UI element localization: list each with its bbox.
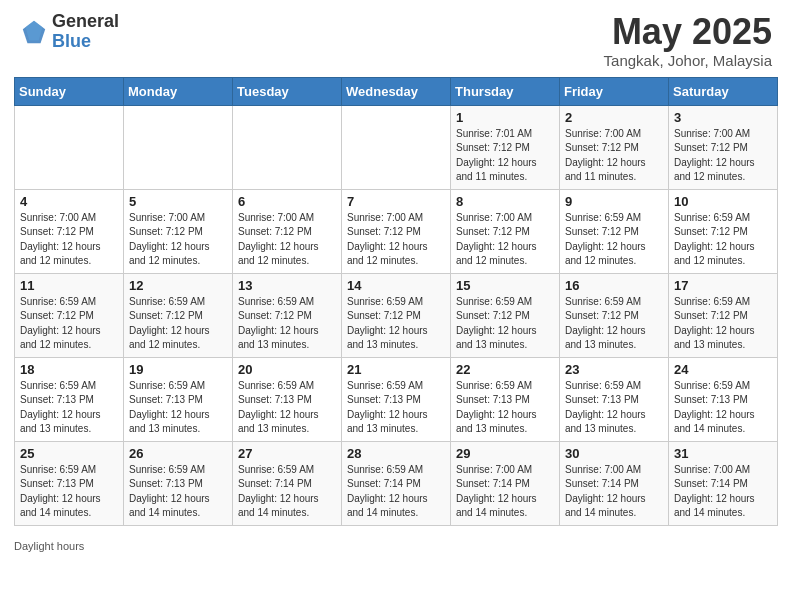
calendar-cell: 30Sunrise: 7:00 AM Sunset: 7:14 PM Dayli… (560, 441, 669, 525)
calendar-cell (233, 105, 342, 189)
calendar-cell: 11Sunrise: 6:59 AM Sunset: 7:12 PM Dayli… (15, 273, 124, 357)
col-header-friday: Friday (560, 77, 669, 105)
title-block: May 2025 Tangkak, Johor, Malaysia (604, 12, 772, 69)
page-header: General Blue May 2025 Tangkak, Johor, Ma… (0, 0, 792, 77)
day-number: 1 (456, 110, 554, 125)
calendar-cell: 22Sunrise: 6:59 AM Sunset: 7:13 PM Dayli… (451, 357, 560, 441)
calendar-header: SundayMondayTuesdayWednesdayThursdayFrid… (15, 77, 778, 105)
day-info: Sunrise: 6:59 AM Sunset: 7:13 PM Dayligh… (129, 379, 227, 437)
day-info: Sunrise: 6:59 AM Sunset: 7:12 PM Dayligh… (565, 211, 663, 269)
day-number: 12 (129, 278, 227, 293)
calendar-cell: 16Sunrise: 6:59 AM Sunset: 7:12 PM Dayli… (560, 273, 669, 357)
calendar-wrap: SundayMondayTuesdayWednesdayThursdayFrid… (0, 77, 792, 536)
day-info: Sunrise: 6:59 AM Sunset: 7:13 PM Dayligh… (238, 379, 336, 437)
calendar-cell: 14Sunrise: 6:59 AM Sunset: 7:12 PM Dayli… (342, 273, 451, 357)
logo-icon (20, 18, 48, 46)
calendar-cell: 8Sunrise: 7:00 AM Sunset: 7:12 PM Daylig… (451, 189, 560, 273)
day-info: Sunrise: 6:59 AM Sunset: 7:12 PM Dayligh… (129, 295, 227, 353)
calendar-week-row: 18Sunrise: 6:59 AM Sunset: 7:13 PM Dayli… (15, 357, 778, 441)
day-info: Sunrise: 7:01 AM Sunset: 7:12 PM Dayligh… (456, 127, 554, 185)
calendar-cell (124, 105, 233, 189)
day-number: 31 (674, 446, 772, 461)
calendar-cell (342, 105, 451, 189)
calendar-cell: 23Sunrise: 6:59 AM Sunset: 7:13 PM Dayli… (560, 357, 669, 441)
day-info: Sunrise: 6:59 AM Sunset: 7:12 PM Dayligh… (674, 295, 772, 353)
calendar-cell: 12Sunrise: 6:59 AM Sunset: 7:12 PM Dayli… (124, 273, 233, 357)
day-info: Sunrise: 6:59 AM Sunset: 7:13 PM Dayligh… (456, 379, 554, 437)
day-number: 7 (347, 194, 445, 209)
day-info: Sunrise: 6:59 AM Sunset: 7:12 PM Dayligh… (20, 295, 118, 353)
day-number: 14 (347, 278, 445, 293)
day-number: 20 (238, 362, 336, 377)
calendar-cell: 29Sunrise: 7:00 AM Sunset: 7:14 PM Dayli… (451, 441, 560, 525)
day-info: Sunrise: 6:59 AM Sunset: 7:12 PM Dayligh… (456, 295, 554, 353)
day-info: Sunrise: 6:59 AM Sunset: 7:13 PM Dayligh… (20, 463, 118, 521)
logo-blue-text: Blue (52, 31, 91, 51)
day-number: 26 (129, 446, 227, 461)
day-info: Sunrise: 7:00 AM Sunset: 7:12 PM Dayligh… (347, 211, 445, 269)
col-header-sunday: Sunday (15, 77, 124, 105)
day-number: 23 (565, 362, 663, 377)
day-info: Sunrise: 6:59 AM Sunset: 7:12 PM Dayligh… (347, 295, 445, 353)
calendar-cell: 27Sunrise: 6:59 AM Sunset: 7:14 PM Dayli… (233, 441, 342, 525)
footer: Daylight hours (0, 536, 792, 558)
day-number: 30 (565, 446, 663, 461)
calendar-cell: 26Sunrise: 6:59 AM Sunset: 7:13 PM Dayli… (124, 441, 233, 525)
day-number: 29 (456, 446, 554, 461)
calendar-week-row: 11Sunrise: 6:59 AM Sunset: 7:12 PM Dayli… (15, 273, 778, 357)
day-number: 28 (347, 446, 445, 461)
day-info: Sunrise: 7:00 AM Sunset: 7:12 PM Dayligh… (129, 211, 227, 269)
calendar-cell: 17Sunrise: 6:59 AM Sunset: 7:12 PM Dayli… (669, 273, 778, 357)
logo-general-text: General (52, 11, 119, 31)
calendar-cell: 15Sunrise: 6:59 AM Sunset: 7:12 PM Dayli… (451, 273, 560, 357)
calendar-cell: 20Sunrise: 6:59 AM Sunset: 7:13 PM Dayli… (233, 357, 342, 441)
day-info: Sunrise: 6:59 AM Sunset: 7:13 PM Dayligh… (20, 379, 118, 437)
calendar-cell (15, 105, 124, 189)
day-info: Sunrise: 7:00 AM Sunset: 7:14 PM Dayligh… (674, 463, 772, 521)
calendar-subtitle: Tangkak, Johor, Malaysia (604, 52, 772, 69)
day-number: 2 (565, 110, 663, 125)
day-info: Sunrise: 6:59 AM Sunset: 7:12 PM Dayligh… (565, 295, 663, 353)
logo: General Blue (20, 12, 119, 52)
day-number: 11 (20, 278, 118, 293)
day-number: 18 (20, 362, 118, 377)
calendar-cell: 1Sunrise: 7:01 AM Sunset: 7:12 PM Daylig… (451, 105, 560, 189)
day-number: 5 (129, 194, 227, 209)
calendar-cell: 31Sunrise: 7:00 AM Sunset: 7:14 PM Dayli… (669, 441, 778, 525)
calendar-table: SundayMondayTuesdayWednesdayThursdayFrid… (14, 77, 778, 526)
day-info: Sunrise: 7:00 AM Sunset: 7:14 PM Dayligh… (565, 463, 663, 521)
day-info: Sunrise: 6:59 AM Sunset: 7:12 PM Dayligh… (674, 211, 772, 269)
day-info: Sunrise: 6:59 AM Sunset: 7:13 PM Dayligh… (129, 463, 227, 521)
calendar-week-row: 25Sunrise: 6:59 AM Sunset: 7:13 PM Dayli… (15, 441, 778, 525)
day-number: 21 (347, 362, 445, 377)
day-number: 6 (238, 194, 336, 209)
day-number: 3 (674, 110, 772, 125)
day-info: Sunrise: 7:00 AM Sunset: 7:12 PM Dayligh… (238, 211, 336, 269)
col-header-monday: Monday (124, 77, 233, 105)
day-number: 4 (20, 194, 118, 209)
col-header-wednesday: Wednesday (342, 77, 451, 105)
day-number: 9 (565, 194, 663, 209)
day-number: 17 (674, 278, 772, 293)
day-info: Sunrise: 6:59 AM Sunset: 7:13 PM Dayligh… (347, 379, 445, 437)
calendar-cell: 10Sunrise: 6:59 AM Sunset: 7:12 PM Dayli… (669, 189, 778, 273)
calendar-cell: 9Sunrise: 6:59 AM Sunset: 7:12 PM Daylig… (560, 189, 669, 273)
day-info: Sunrise: 6:59 AM Sunset: 7:12 PM Dayligh… (238, 295, 336, 353)
calendar-cell: 19Sunrise: 6:59 AM Sunset: 7:13 PM Dayli… (124, 357, 233, 441)
calendar-cell: 25Sunrise: 6:59 AM Sunset: 7:13 PM Dayli… (15, 441, 124, 525)
day-number: 10 (674, 194, 772, 209)
day-number: 24 (674, 362, 772, 377)
day-number: 8 (456, 194, 554, 209)
calendar-cell: 7Sunrise: 7:00 AM Sunset: 7:12 PM Daylig… (342, 189, 451, 273)
day-number: 19 (129, 362, 227, 377)
calendar-week-row: 4Sunrise: 7:00 AM Sunset: 7:12 PM Daylig… (15, 189, 778, 273)
day-info: Sunrise: 7:00 AM Sunset: 7:14 PM Dayligh… (456, 463, 554, 521)
day-info: Sunrise: 7:00 AM Sunset: 7:12 PM Dayligh… (456, 211, 554, 269)
calendar-cell: 18Sunrise: 6:59 AM Sunset: 7:13 PM Dayli… (15, 357, 124, 441)
footer-text: Daylight hours (14, 540, 84, 552)
calendar-week-row: 1Sunrise: 7:01 AM Sunset: 7:12 PM Daylig… (15, 105, 778, 189)
day-info: Sunrise: 6:59 AM Sunset: 7:13 PM Dayligh… (565, 379, 663, 437)
day-number: 22 (456, 362, 554, 377)
calendar-cell: 5Sunrise: 7:00 AM Sunset: 7:12 PM Daylig… (124, 189, 233, 273)
day-info: Sunrise: 6:59 AM Sunset: 7:13 PM Dayligh… (674, 379, 772, 437)
